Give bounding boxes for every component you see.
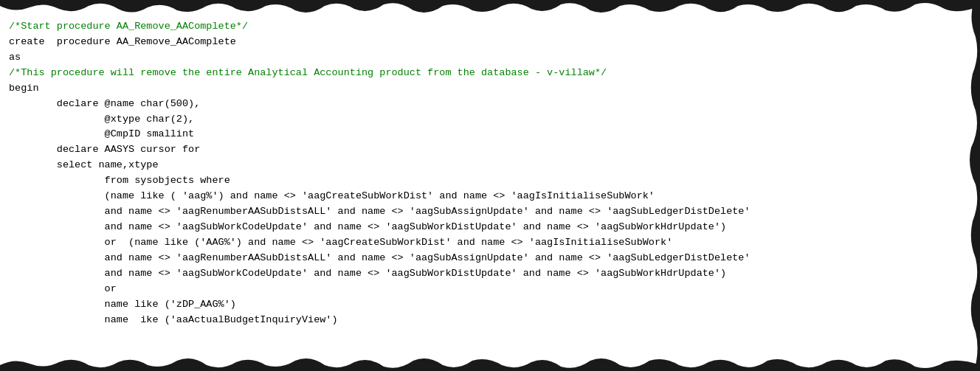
line-3: as [9,50,958,66]
line-1: /*Start procedure AA_Remove_AAComplete*/ [9,19,958,35]
line-6: declare @name char(500), [9,97,958,112]
line-17: and name <> 'aagRenumberAASubDistsALL' a… [9,251,958,266]
line-16: or (name like ('AAG%') and name <> 'aagC… [9,235,958,251]
line-14: and name <> 'aagRenumberAASubDistsALL' a… [9,204,958,220]
code-block: /*Start procedure AA_Remove_AAComplete*/… [9,6,971,341]
line-13: (name like ( 'aag%') and name <> 'aagCre… [9,189,958,204]
line-19: or [9,282,958,297]
line-2: create procedure AA_Remove_AAComplete [9,35,958,50]
line-15: and name <> 'aagSubWorkCodeUpdate' and n… [9,220,958,235]
line-21: name ike ('aaActualBudgetInquiryView') [9,313,958,328]
line-8: @CmpID smallint [9,127,958,142]
line-12: from sysobjects where [9,173,958,189]
line-5: begin [9,81,958,97]
line-11: select name,xtype [9,158,958,173]
line-18: and name <> 'aagSubWorkCodeUpdate' and n… [9,266,958,282]
line-7: @xtype char(2), [9,112,958,128]
line-4: /*This procedure will remove the entire … [9,66,958,81]
line-20: name like ('zDP_AAG%') [9,297,958,313]
line-10: declare AASYS cursor for [9,142,958,158]
code-container: /*Start procedure AA_Remove_AAComplete*/… [0,0,980,371]
